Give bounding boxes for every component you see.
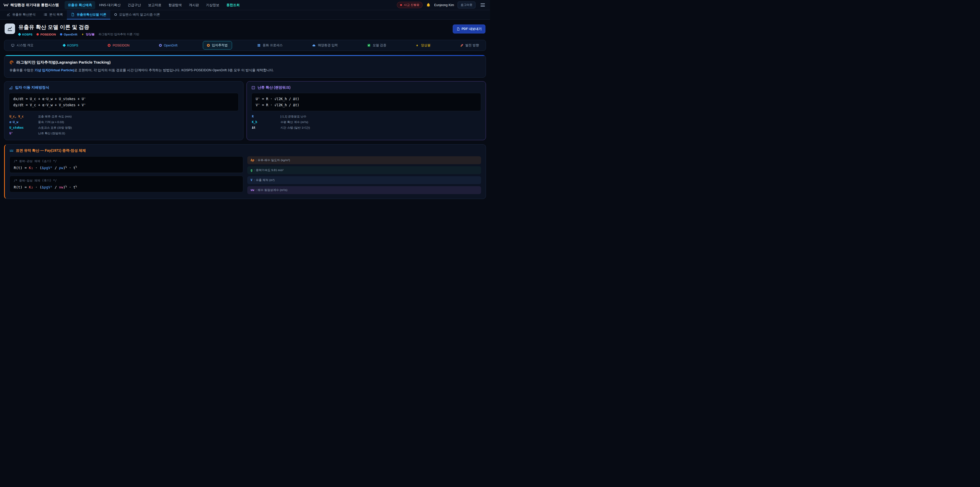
formula-exponent: ¼ — [76, 185, 77, 187]
snav-label: 해양환경 입력 — [318, 43, 338, 48]
lagrangian-intro-card: 라그랑지안 입자추적법(Lagrangian Particle Tracking… — [4, 55, 486, 78]
page-icon — [5, 24, 15, 34]
snav-weathering-process[interactable]: 풍화 프로세스 — [253, 41, 286, 49]
nav-item-hns-diffusion[interactable]: HNS·대기확산 — [96, 1, 124, 9]
page-header: 유출유 확산 모델 이론 및 검증 KOSPS POSEIDON OpenDri… — [0, 20, 490, 39]
tab-spill-analysis[interactable]: 유출유 확산분석 — [3, 10, 40, 19]
turbulence-legend: R[-1,1] 균등분포 난수 K_h수평 확산 계수 (m²/s) Δt시간 … — [251, 114, 481, 130]
virtual-particle-link[interactable]: 가상 입자(Virtual Particle) — [35, 68, 74, 72]
legend-desc: 난류 확산 (랜덤워크) — [38, 131, 65, 135]
incident-dot-icon — [400, 4, 402, 6]
turbulence-card-title: 난류 확산 (랜덤워크) — [251, 85, 481, 90]
code-comment: /* 중력-점성 체제 (후기) */ — [14, 179, 239, 183]
lightning-icon — [81, 33, 84, 36]
cloud-icon — [312, 44, 316, 47]
list-icon — [44, 13, 47, 16]
intro-title: 라그랑지안 입자추적법(Lagrangian Particle Tracking… — [10, 60, 480, 65]
intro-body: 라그랑지안 입자추적법(Lagrangian Particle Tracking… — [4, 56, 486, 77]
legend-desc: 스토크스 표류 (파랑 영향) — [38, 126, 72, 130]
snav-model-validation[interactable]: 모델 검증 — [363, 41, 390, 49]
diamond-icon — [62, 44, 66, 47]
formula-segment: · ( — [33, 166, 42, 170]
dice-icon — [251, 86, 255, 89]
page-title: 유출유 확산 모델 이론 및 검증 — [18, 24, 139, 30]
fay-spreading-card: 표면 유막 확산 — Fay(1971) 중력-점성 체제 /* 중력-관성 체… — [4, 144, 486, 199]
snav-kosps[interactable]: KOSPS — [59, 42, 83, 49]
logo-icon — [3, 3, 8, 6]
nav-item-integrated-search[interactable]: 통합조회 — [223, 1, 243, 9]
formula-segment: R(t) = — [14, 185, 29, 189]
logout-button[interactable]: 로그아웃 — [458, 2, 476, 8]
card-title-text: 표면 유막 확산 — Fay(1971) 중력-점성 체제 — [16, 148, 86, 153]
fay-formula-column: /* 중력-관성 체제 (초기) */ R(t) = K₁ · (ΔρgV² /… — [10, 156, 243, 194]
formula-segment: R(t) = — [14, 166, 29, 170]
nav-item-board[interactable]: 게시판 — [186, 1, 202, 9]
menu-button[interactable] — [479, 2, 487, 8]
snav-opendrift[interactable]: OpenDrift — [155, 42, 182, 49]
formula-segment: ΔρgV² — [42, 166, 52, 170]
equation-cards-row: 입자 이동 지배방정식 dx/dt = U_c + α·U_w + U_stok… — [4, 81, 486, 140]
legend-row: α·U_w풍속 기여 (α ≈ 0.03) — [9, 120, 239, 125]
nav-item-weather-info[interactable]: 기상정보 — [203, 1, 223, 9]
formula-segment: / — [52, 166, 59, 170]
legend-term: α·U_w — [10, 120, 38, 124]
incident-status-badge[interactable]: 사고 진행중 — [397, 2, 423, 8]
document-icon — [71, 13, 75, 16]
sub-tab-bar: 유출유 확산분석 분석 목록 유출유확산모델 이론 오일펜스 배치 알고리즘 이… — [0, 10, 490, 20]
tab-label: 유출유 확산분석 — [12, 13, 35, 17]
blue-ring-icon — [159, 44, 162, 47]
snav-system-overview[interactable]: 시스템 개요 — [7, 41, 38, 49]
formula-segment: νw — [59, 185, 63, 189]
code-comment: /* 중력-관성 체제 (초기) */ — [14, 160, 239, 163]
snav-poseidon[interactable]: POSEIDON — [103, 42, 134, 49]
snav-ocean-env-input[interactable]: 해양환경 입력 — [308, 41, 342, 49]
intro-text: 유출유를 수많은 가상 입자(Virtual Particle)로 표현하며, … — [10, 68, 480, 73]
turbulence-card: 난류 확산 (랜덤워크) U' = R · √(2K_h / Δt)V' = R… — [247, 81, 486, 140]
snav-ensemble[interactable]: 앙상블 — [412, 41, 434, 49]
legend-term: U' — [10, 131, 38, 135]
main-nav: 유출유 확산예측 HNS·대기확산 긴급구난 보고자료 항공탐색 게시판 기상정… — [65, 1, 243, 9]
badge-poseidon: POSEIDON — [37, 33, 56, 36]
tab-model-theory[interactable]: 유출유확산모델 이론 — [67, 10, 110, 19]
fay-legend-item: g: 중력가속도 9.81 m/s² — [247, 166, 481, 174]
nav-item-oil-spill-prediction[interactable]: 유출유 확산예측 — [65, 1, 95, 9]
snav-label: POSEIDON — [113, 44, 129, 47]
card-title-text: 난류 확산 (랜덤워크) — [258, 85, 290, 90]
formula-segment: / — [52, 185, 59, 189]
legend-desc: 시간 스텝 (일반 1시간) — [280, 126, 310, 130]
snav-label: OpenDrift — [164, 44, 178, 47]
pdf-export-button[interactable]: PDF 내보내기 — [453, 24, 485, 34]
model-badge-row: KOSPS POSEIDON OpenDrift 앙상블 라그랑지안 입자추적 … — [18, 32, 139, 36]
formula-exponent: ½ — [76, 165, 77, 168]
nav-item-aerial-search[interactable]: 항공탐색 — [165, 1, 185, 9]
legend-row: R[-1,1] 균등분포 난수 — [251, 114, 481, 119]
legend-term: Δρ — [251, 158, 254, 162]
nav-item-emergency-rescue[interactable]: 긴급구난 — [124, 1, 144, 9]
fay-formula-2: R(t) = K₂ · (ΔρgV² / νw)⅙ · t¼ — [14, 185, 239, 189]
user-name: Eunjeong Kim — [434, 3, 454, 7]
badge-kosps: KOSPS — [18, 33, 32, 36]
code-line: V' = R · √(2K_h / Δt) — [256, 102, 477, 108]
snav-label: 입자추적법 — [212, 43, 228, 48]
legend-row: U_c, V_c표층 해류·조류 속도 (m/s) — [9, 114, 239, 119]
turbulence-code-block: U' = R · √(2K_h / Δt)V' = R · √(2K_h / Δ… — [251, 93, 481, 111]
red-ring-icon — [108, 44, 110, 47]
badge-label: OpenDrift — [64, 33, 77, 36]
snav-particle-tracking[interactable]: 입자추적법 — [203, 41, 232, 49]
legend-term: U_c, V_c — [10, 115, 38, 118]
app-logo[interactable]: 해양환경 위기대응 통합시스템 — [3, 3, 59, 7]
tab-analysis-list[interactable]: 분석 목록 — [40, 10, 67, 19]
legend-row: U_stokes스토크스 표류 (파랑 영향) — [9, 125, 239, 130]
hamburger-icon — [480, 3, 485, 4]
legend-term: U_stokes — [10, 126, 38, 129]
wave-icon — [10, 148, 14, 153]
topbar-right-group: 사고 진행중 Eunjeong Kim 로그아웃 — [397, 2, 487, 8]
nav-item-reports[interactable]: 보고자료 — [145, 1, 165, 9]
top-navigation-bar: 해양환경 위기대응 통합시스템 유출유 확산예측 HNS·대기확산 긴급구난 보… — [0, 0, 490, 10]
formula-segment: · t — [67, 185, 76, 189]
tab-oilfence-theory[interactable]: 오일펜스 배치 알고리즘 이론 — [110, 10, 164, 19]
bell-icon — [426, 3, 431, 7]
hamburger-icon — [480, 5, 485, 5]
notifications-button[interactable] — [426, 3, 431, 7]
snav-roadmap[interactable]: 발전 방향 — [456, 41, 483, 49]
